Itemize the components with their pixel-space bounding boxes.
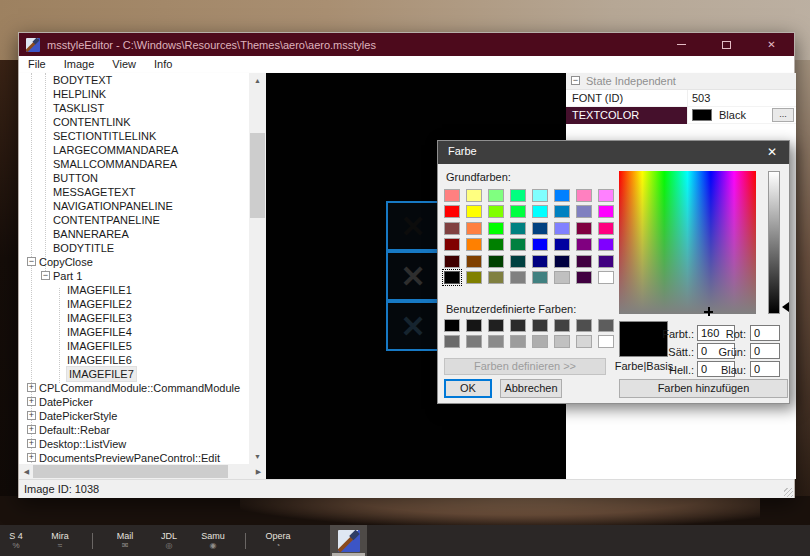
taskbar-item-opera[interactable]: Opera◔ xyxy=(265,531,291,551)
basic-color-swatch-34[interactable] xyxy=(488,255,504,268)
tree-item-datepickerstyle[interactable]: +DatePickerStyle xyxy=(19,409,249,423)
basic-color-swatch-27[interactable] xyxy=(510,238,526,251)
close-button[interactable]: ✕ xyxy=(749,33,794,56)
add-colors-button[interactable]: Farben hinzufügen xyxy=(619,379,788,398)
basic-color-swatch-17[interactable] xyxy=(466,222,482,235)
basic-color-swatch-31[interactable] xyxy=(598,238,614,251)
basic-color-swatch-44[interactable] xyxy=(532,271,548,284)
basic-color-swatch-11[interactable] xyxy=(510,205,526,218)
property-value[interactable]: 503 xyxy=(692,90,710,106)
basic-color-swatch-36[interactable] xyxy=(532,255,548,268)
basic-color-swatch-38[interactable] xyxy=(576,255,592,268)
custom-color-swatch-6[interactable] xyxy=(576,319,592,332)
tree-item-helplink[interactable]: HELPLINK xyxy=(19,87,249,101)
menu-view[interactable]: View xyxy=(103,58,145,70)
basic-color-swatch-40[interactable] xyxy=(444,271,460,284)
custom-color-swatch-13[interactable] xyxy=(554,335,570,348)
close-glyph-image-cell-1[interactable]: ✕ xyxy=(386,201,440,251)
basic-color-swatch-28[interactable] xyxy=(532,238,548,251)
tree-horizontal-scrollbar[interactable]: ◀ ▶ xyxy=(19,464,266,479)
tree-item-datepicker[interactable]: +DatePicker xyxy=(19,395,249,409)
custom-color-swatch-2[interactable] xyxy=(488,319,504,332)
tree-item-imagefile7[interactable]: IMAGEFILE7 xyxy=(19,367,249,381)
basic-color-swatch-30[interactable] xyxy=(576,238,592,251)
property-row-font[interactable]: FONT (ID) 503 xyxy=(566,90,796,107)
tree-item-documentspreviewpanecontrol-edit[interactable]: +DocumentsPreviewPaneControl::Edit xyxy=(19,451,249,464)
basic-color-swatch-23[interactable] xyxy=(598,222,614,235)
close-glyph-image-cell-2[interactable]: ✕ xyxy=(386,251,440,301)
tree-item-cplcommandmodule-commandmodule[interactable]: +CPLCommandModule::CommandModule xyxy=(19,381,249,395)
custom-color-swatch-11[interactable] xyxy=(510,335,526,348)
tree-item-contentpaneline[interactable]: CONTENTPANELINE xyxy=(19,213,249,227)
taskbar-item-jdl[interactable]: JDL◎ xyxy=(156,531,182,551)
tree-item-navigationpaneline[interactable]: NAVIGATIONPANELINE xyxy=(19,199,249,213)
close-glyph-image-cell-3[interactable]: ✕ xyxy=(386,301,440,351)
basic-color-swatch-6[interactable] xyxy=(576,189,592,202)
scroll-right-icon[interactable]: ▶ xyxy=(251,464,266,479)
tree-item-desktop-listview[interactable]: +Desktop::ListView xyxy=(19,437,249,451)
tree-item-imagefile1[interactable]: IMAGEFILE1 xyxy=(19,283,249,297)
expand-icon[interactable]: + xyxy=(27,411,36,420)
taskbar-active-app-button[interactable] xyxy=(330,525,367,556)
basic-color-swatch-45[interactable] xyxy=(554,271,570,284)
tree-item-bodytext[interactable]: BODYTEXT xyxy=(19,73,249,87)
basic-color-swatch-15[interactable] xyxy=(598,205,614,218)
basic-color-swatch-8[interactable] xyxy=(444,205,460,218)
basic-color-swatch-47[interactable] xyxy=(598,271,614,284)
basic-color-swatch-24[interactable] xyxy=(444,238,460,251)
tree-item-button[interactable]: BUTTON xyxy=(19,171,249,185)
basic-color-swatch-2[interactable] xyxy=(488,189,504,202)
dialog-titlebar[interactable]: Farbe ✕ xyxy=(438,141,789,164)
luminance-slider[interactable] xyxy=(768,171,780,314)
tree-item-copyclose[interactable]: −CopyClose xyxy=(19,255,249,269)
tree-view[interactable]: BODYTEXTHELPLINKTASKLISTCONTENTLINKSECTI… xyxy=(19,73,249,464)
tree-item-sectiontitlelink[interactable]: SECTIONTITLELINK xyxy=(19,129,249,143)
basic-color-swatch-37[interactable] xyxy=(554,255,570,268)
expand-icon[interactable]: + xyxy=(27,439,36,448)
expand-icon[interactable]: + xyxy=(27,397,36,406)
taskbar-item-mail[interactable]: Mail✉ xyxy=(112,531,138,551)
scroll-up-icon[interactable]: ▲ xyxy=(249,73,266,88)
luminance-arrow-icon[interactable] xyxy=(782,302,789,312)
property-group-header[interactable]: − State Independent xyxy=(566,73,796,90)
custom-color-swatch-3[interactable] xyxy=(510,319,526,332)
horizontal-scroll-thumb[interactable] xyxy=(33,465,228,478)
tree-item-bannerarea[interactable]: BANNERAREA xyxy=(19,227,249,241)
basic-color-swatch-10[interactable] xyxy=(488,205,504,218)
color-picker-ellipsis-button[interactable]: ... xyxy=(772,108,794,122)
tree-item-default-rebar[interactable]: +Default::Rebar xyxy=(19,423,249,437)
basic-color-swatch-29[interactable] xyxy=(554,238,570,251)
property-row-textcolor[interactable]: TEXTCOLOR Black ... xyxy=(566,107,796,124)
basic-color-swatch-14[interactable] xyxy=(576,205,592,218)
basic-color-swatch-12[interactable] xyxy=(532,205,548,218)
vertical-scroll-thumb[interactable] xyxy=(250,133,265,218)
tree-item-smallcommandarea[interactable]: SMALLCOMMANDAREA xyxy=(19,157,249,171)
basic-color-swatch-18[interactable] xyxy=(488,222,504,235)
custom-color-swatch-4[interactable] xyxy=(532,319,548,332)
tree-item-imagefile2[interactable]: IMAGEFILE2 xyxy=(19,297,249,311)
taskbar-item-samu[interactable]: Samu◉ xyxy=(200,531,226,551)
basic-color-swatch-41[interactable] xyxy=(466,271,482,284)
basic-color-swatch-22[interactable] xyxy=(576,222,592,235)
custom-color-swatch-10[interactable] xyxy=(488,335,504,348)
scroll-down-icon[interactable]: ▼ xyxy=(249,449,266,464)
basic-color-swatch-13[interactable] xyxy=(554,205,570,218)
ok-button[interactable]: OK xyxy=(444,379,492,398)
hue-saturation-field[interactable] xyxy=(619,171,756,314)
basic-color-swatch-35[interactable] xyxy=(510,255,526,268)
tree-item-imagefile4[interactable]: IMAGEFILE4 xyxy=(19,325,249,339)
custom-color-swatch-9[interactable] xyxy=(466,335,482,348)
basic-color-swatch-4[interactable] xyxy=(532,189,548,202)
tree-item-tasklist[interactable]: TASKLIST xyxy=(19,101,249,115)
red-input[interactable] xyxy=(750,325,780,341)
green-input[interactable] xyxy=(750,343,780,359)
collapse-icon[interactable]: − xyxy=(27,257,36,266)
custom-color-swatch-15[interactable] xyxy=(598,335,614,348)
basic-color-swatch-21[interactable] xyxy=(554,222,570,235)
custom-color-swatch-1[interactable] xyxy=(466,319,482,332)
custom-color-swatch-7[interactable] xyxy=(598,319,614,332)
tree-item-largecommandarea[interactable]: LARGECOMMANDAREA xyxy=(19,143,249,157)
resize-grip[interactable] xyxy=(784,488,793,497)
color-crosshair-icon[interactable] xyxy=(704,307,713,316)
custom-color-swatch-14[interactable] xyxy=(576,335,592,348)
